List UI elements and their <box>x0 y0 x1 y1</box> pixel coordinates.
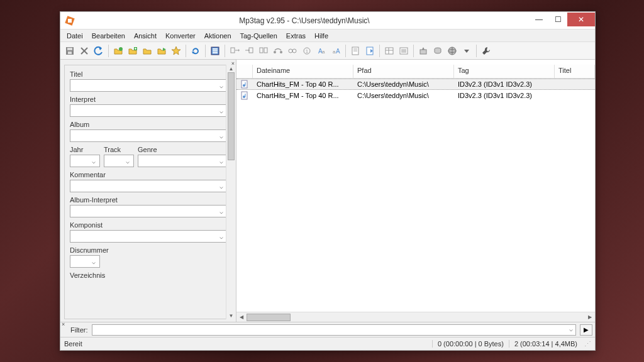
input-genre[interactable] <box>138 155 228 167</box>
toolbar: 1 Aa aA <box>60 42 595 60</box>
input-track[interactable] <box>104 155 134 167</box>
scroll-up-icon[interactable]: ▲ <box>226 65 236 72</box>
file-icon <box>236 90 253 101</box>
svg-text:a: a <box>322 49 325 55</box>
scroll-right-icon[interactable]: ▶ <box>585 314 595 320</box>
input-comment[interactable] <box>70 180 228 192</box>
menu-file[interactable]: Datei <box>63 31 87 41</box>
label-title: Titel <box>70 70 228 78</box>
input-composer[interactable] <box>70 230 228 243</box>
hscroll-thumb[interactable] <box>247 314 291 321</box>
scroll-down-icon[interactable]: ▼ <box>226 312 236 319</box>
tools-icon[interactable] <box>479 44 493 58</box>
input-year[interactable] <box>70 155 100 167</box>
svg-point-8 <box>119 47 123 51</box>
save-icon[interactable] <box>63 44 77 58</box>
filter-label: Filter: <box>70 326 88 334</box>
svg-point-25 <box>274 51 276 53</box>
col-filename[interactable]: Dateiname <box>253 65 353 78</box>
delete-icon[interactable] <box>77 44 91 58</box>
quickaction-icon[interactable] <box>363 44 377 58</box>
svg-rect-24 <box>264 48 267 53</box>
input-artist[interactable] <box>70 104 228 117</box>
table-row[interactable]: ChartHits_FM - Top 40 R... C:\Users\tedd… <box>236 90 595 101</box>
menu-edit[interactable]: Bearbeiten <box>88 31 129 41</box>
folder-open-icon[interactable] <box>111 44 125 58</box>
label-directory: Verzeichnis <box>70 272 228 279</box>
autonumber-icon[interactable]: 1 <box>300 44 314 58</box>
svg-rect-54 <box>242 80 247 88</box>
svg-point-58 <box>243 96 245 98</box>
content-area: × Titel Interpret Album Jahr <box>60 60 595 322</box>
col-tag[interactable]: Tag <box>454 65 555 78</box>
svg-marker-13 <box>172 47 180 55</box>
dropdown-icon[interactable] <box>460 44 474 58</box>
col-path[interactable]: Pfad <box>353 65 454 78</box>
refresh-icon[interactable] <box>189 44 203 58</box>
svg-text:1: 1 <box>306 49 308 53</box>
menubar: Datei Bearbeiten Ansicht Konverter Aktio… <box>60 30 595 42</box>
label-artist: Interpret <box>70 96 228 103</box>
export-icon[interactable] <box>416 44 430 58</box>
list-body[interactable]: ChartHits_FM - Top 40 R... C:\Users\tedd… <box>236 79 595 312</box>
file-icon <box>236 79 253 89</box>
close-button[interactable]: ✕ <box>567 13 595 26</box>
svg-point-55 <box>243 84 245 87</box>
freedb-icon[interactable] <box>431 44 445 58</box>
titlebar: Mp3tag v2.95 - C:\Users\teddyn\Music\ — … <box>60 12 595 30</box>
undo-icon[interactable] <box>92 44 106 58</box>
col-icon[interactable] <box>236 65 253 78</box>
scroll-left-icon[interactable]: ◀ <box>236 314 247 320</box>
filename-to-tag-icon[interactable] <box>242 44 256 58</box>
list-header: Dateiname Pfad Tag Titel <box>236 65 595 79</box>
statusbar: Bereit 0 (00:00:00 | 0 Bytes) 2 (00:03:1… <box>60 337 595 350</box>
filter-go-button[interactable]: ▶ <box>580 324 592 336</box>
menu-help[interactable]: Hilfe <box>311 31 332 41</box>
input-title[interactable] <box>70 79 228 92</box>
select-all-icon[interactable] <box>208 44 222 58</box>
star-icon[interactable] <box>169 44 183 58</box>
caseconvert2-icon[interactable]: aA <box>329 44 343 58</box>
tag-to-tag-icon[interactable] <box>286 44 299 58</box>
folder-play-icon[interactable] <box>155 44 169 58</box>
input-discnumber[interactable] <box>70 255 100 268</box>
tag-to-filename-icon[interactable] <box>228 44 242 58</box>
filter-close-icon[interactable]: × <box>62 321 65 327</box>
input-albumartist[interactable] <box>70 205 228 217</box>
cell-tag: ID3v2.3 (ID3v1 ID3v2.3) <box>454 80 555 89</box>
svg-rect-19 <box>231 48 235 53</box>
menu-actions[interactable]: Aktionen <box>201 31 235 41</box>
folder-icon[interactable] <box>140 44 154 58</box>
menu-extras[interactable]: Extras <box>282 31 309 41</box>
sidebar-scrollbar[interactable]: ▲ ▼ <box>226 65 236 319</box>
minimize-button[interactable]: — <box>530 13 548 26</box>
menu-convert[interactable]: Konverter <box>162 31 199 41</box>
list-hscrollbar[interactable]: ◀ ▶ <box>236 312 595 322</box>
maximize-button[interactable]: ☐ <box>548 13 567 26</box>
resize-grip-icon[interactable]: ⋰ <box>582 340 591 348</box>
cell-title <box>555 84 595 85</box>
caseconvert-icon[interactable]: Aa <box>314 44 328 58</box>
menu-tagsources[interactable]: Tag-Quellen <box>236 31 281 41</box>
cell-tag: ID3v2.3 (ID3v1 ID3v2.3) <box>454 91 555 100</box>
label-discnumber: Discnummer <box>70 246 228 254</box>
input-album[interactable] <box>70 129 228 142</box>
col-title[interactable]: Titel <box>555 65 595 78</box>
file-list: Dateiname Pfad Tag Titel ChartHits_FM - … <box>236 60 595 322</box>
websources-icon[interactable] <box>445 44 459 58</box>
text-file-to-tag-icon[interactable] <box>271 44 285 58</box>
cell-title <box>555 95 595 96</box>
scroll-thumb[interactable] <box>228 72 235 160</box>
filename-to-filename-icon[interactable] <box>257 44 270 58</box>
svg-point-28 <box>292 49 296 53</box>
table-row[interactable]: ChartHits_FM - Top 40 R... C:\Users\tedd… <box>236 79 595 90</box>
cell-filename: ChartHits_FM - Top 40 R... <box>253 91 353 100</box>
extendedtags-icon[interactable] <box>382 44 396 58</box>
actions-icon[interactable] <box>348 44 362 58</box>
folder-add-icon[interactable] <box>126 44 140 58</box>
menu-view[interactable]: Ansicht <box>130 31 160 41</box>
svg-rect-3 <box>67 48 72 50</box>
filter-input[interactable] <box>92 324 577 336</box>
playlist-icon[interactable] <box>397 44 411 58</box>
tag-panel: × Titel Interpret Album Jahr <box>60 60 236 322</box>
